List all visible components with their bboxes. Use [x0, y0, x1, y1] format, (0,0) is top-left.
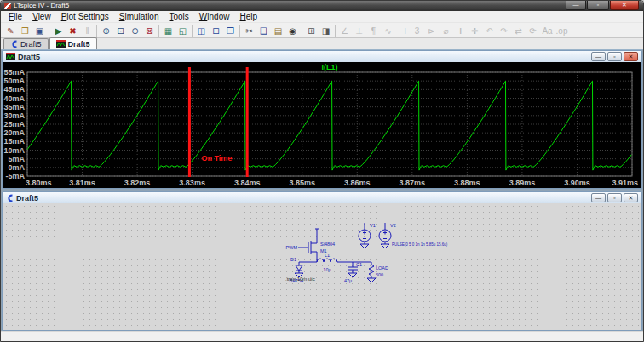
- halt-icon[interactable]: ✖: [66, 24, 80, 37]
- svg-text:3.81ms: 3.81ms: [69, 179, 95, 187]
- copy-icon[interactable]: ❑: [256, 24, 271, 37]
- trace-title[interactable]: I(L1): [322, 63, 338, 71]
- paste-icon[interactable]: ▤: [271, 24, 285, 37]
- plot-maximize-button[interactable]: ▫: [607, 52, 622, 61]
- tab-draft5-schematic[interactable]: Draft5: [3, 38, 49, 49]
- zoom-out-icon[interactable]: ⊖: [128, 24, 142, 37]
- tab-label: Draft5: [68, 40, 90, 48]
- grid-icon[interactable]: ▦: [161, 24, 175, 37]
- menu-item-window[interactable]: Window: [194, 11, 235, 22]
- svg-text:3.83ms: 3.83ms: [179, 179, 205, 187]
- status-bar: [1, 331, 643, 341]
- svg-text:5mA: 5mA: [8, 155, 25, 163]
- zoom-area-icon[interactable]: ⊡: [113, 24, 128, 37]
- window-controls: — ▫ ✕: [565, 1, 639, 10]
- svg-text:3.84ms: 3.84ms: [234, 179, 261, 187]
- inductor-value-label: 10µ: [323, 267, 331, 272]
- find-icon[interactable]: ◉: [285, 24, 300, 37]
- minimize-button[interactable]: —: [566, 1, 586, 10]
- app-window: LTspice IV - Draft5 — ▫ ✕ FileViewPlot S…: [0, 0, 644, 342]
- title-bar: LTspice IV - Draft5: [1, 1, 643, 11]
- on-time-annotation: On Time: [201, 154, 232, 162]
- svg-text:0mA: 0mA: [8, 163, 25, 172]
- cursor-line[interactable]: [246, 67, 249, 177]
- svg-text:3.80ms: 3.80ms: [26, 179, 52, 187]
- new-schematic-icon[interactable]: ✎: [3, 24, 18, 37]
- svg-text:3.90ms: 3.90ms: [564, 179, 590, 187]
- svg-text:15mA: 15mA: [3, 137, 25, 145]
- tab-draft5-plot[interactable]: Draft5: [49, 37, 97, 49]
- toolbar-separator: [239, 25, 240, 37]
- redo-icon: ↷: [497, 24, 511, 37]
- tile-horizontal-icon[interactable]: ⊟: [209, 24, 223, 37]
- schematic-window-titlebar[interactable]: Draft5 — ▫ ✕: [3, 192, 641, 203]
- plot-close-button[interactable]: ✕: [624, 52, 638, 61]
- close-button[interactable]: ✕: [610, 1, 639, 10]
- plot-window-titlebar[interactable]: Draft5 — ▫ ✕: [3, 51, 641, 62]
- open-icon[interactable]: ❒: [18, 24, 32, 37]
- zoom-extents-icon[interactable]: ⊠: [142, 24, 157, 37]
- svg-text:30mA: 30mA: [3, 111, 25, 120]
- inductor-ref-label: L1: [325, 253, 330, 258]
- menu-item-tools[interactable]: Tools: [164, 11, 194, 22]
- text-icon: Aa: [540, 24, 555, 37]
- v2-ref-label: V2: [390, 223, 396, 228]
- schematic-window-icon: [6, 194, 14, 202]
- plot-canvas[interactable]: 55mA50mA45mA40mA35mA30mA25mA20mA15mA10mA…: [3, 62, 641, 188]
- toolbar-separator: [96, 25, 97, 37]
- inductor-icon: 3: [410, 24, 424, 37]
- plot-minimize-button[interactable]: —: [591, 52, 606, 61]
- mirror-icon: ⇄: [511, 24, 526, 37]
- diode-ref-label: D1: [290, 257, 296, 262]
- menu-item-simulation[interactable]: Simulation: [114, 11, 164, 22]
- plot-window-title: Draft5: [18, 53, 40, 61]
- save-icon[interactable]: ▣: [32, 24, 47, 37]
- schematic-maximize-button[interactable]: ▫: [607, 193, 622, 202]
- plot-area: 55mA50mA45mA40mA35mA30mA25mA20mA15mA10mA…: [3, 62, 641, 188]
- menu-item-plot-settings[interactable]: Plot Settings: [56, 11, 114, 22]
- svg-text:50mA: 50mA: [3, 77, 25, 85]
- menu-item-file[interactable]: File: [3, 11, 27, 22]
- toolbar-separator: [158, 25, 159, 37]
- schematic-minimize-button[interactable]: —: [591, 193, 606, 202]
- undo-icon: ↶: [482, 24, 497, 37]
- svg-text:3.91ms: 3.91ms: [612, 179, 638, 187]
- net-label-pwm: PWM: [286, 245, 298, 250]
- rotate-icon: ⟳: [526, 24, 540, 37]
- svg-text:10mA: 10mA: [3, 146, 25, 155]
- maximize-button[interactable]: ▫: [587, 1, 609, 10]
- plot-window-controls: — ▫ ✕: [591, 52, 638, 61]
- mosfet-model-label: Si4804: [320, 242, 335, 247]
- pause-icon: ‖: [80, 24, 95, 37]
- schematic-canvas[interactable]: PWM Si4804 M1 D1 BAT54 L1 10µ C1 47µ LOA…: [3, 203, 641, 328]
- print-icon[interactable]: ⊞: [304, 24, 319, 37]
- schematic-window-controls: — ▫ ✕: [591, 193, 638, 202]
- print-preview-icon[interactable]: ◨: [319, 24, 333, 37]
- window-title: LTspice IV - Draft5: [14, 1, 69, 11]
- schematic-tab-icon: [10, 40, 18, 48]
- schematic-window-title: Draft5: [16, 194, 38, 202]
- autorange-icon[interactable]: ◱: [175, 24, 190, 37]
- svg-text:3.87ms: 3.87ms: [400, 179, 426, 187]
- schematic-close-button[interactable]: ✕: [624, 193, 638, 202]
- svg-text:55mA: 55mA: [3, 68, 25, 77]
- zoom-in-icon[interactable]: ⊕: [99, 24, 113, 37]
- svg-text:40mA: 40mA: [3, 94, 25, 103]
- cascade-icon[interactable]: ❐: [223, 24, 238, 37]
- capacitor-ref-label: C1: [356, 262, 362, 267]
- toolbar-separator: [302, 25, 302, 37]
- run-icon[interactable]: ▶: [51, 24, 66, 37]
- diode-icon: ⊳: [424, 24, 439, 37]
- menu-item-view[interactable]: View: [27, 11, 56, 22]
- cut-icon[interactable]: ✂: [242, 24, 256, 37]
- cursor-line[interactable]: [188, 67, 191, 177]
- svg-text:3.82ms: 3.82ms: [124, 179, 151, 187]
- component-icon: ⌀: [439, 24, 453, 37]
- svg-text:35mA: 35mA: [3, 103, 25, 111]
- app-icon: [4, 3, 11, 9]
- svg-text:3.88ms: 3.88ms: [454, 179, 480, 187]
- svg-text:3.89ms: 3.89ms: [509, 179, 536, 187]
- drag-icon: ✜: [468, 24, 482, 37]
- tile-vertical-icon[interactable]: ◫: [194, 24, 209, 37]
- menu-item-help[interactable]: Help: [234, 11, 262, 22]
